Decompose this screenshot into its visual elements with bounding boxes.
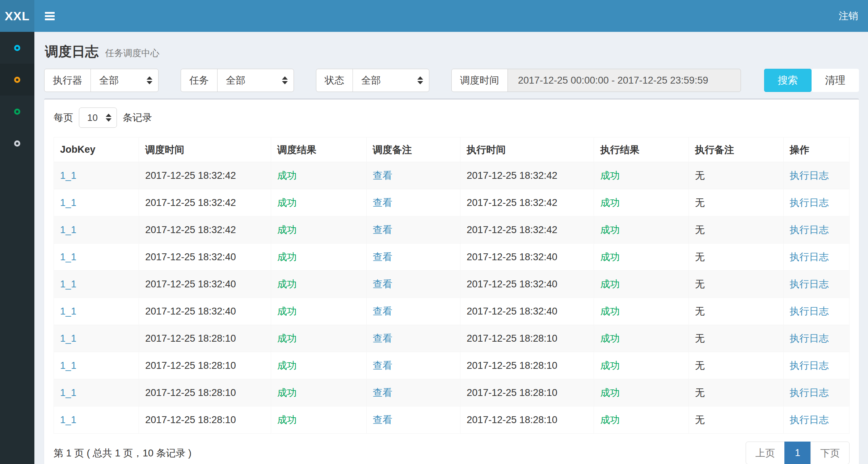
handle-time-cell: 2017-12-25 18:32:42 bbox=[460, 189, 594, 216]
status-select-value: 全部 bbox=[361, 74, 381, 87]
circle-o-icon bbox=[14, 109, 20, 115]
view-trigger-msg-link[interactable]: 查看 bbox=[373, 224, 392, 235]
next-page-button[interactable]: 下页 bbox=[810, 442, 850, 464]
handle-msg-cell: 无 bbox=[688, 216, 783, 244]
job-filter-group: 任务 全部 bbox=[181, 69, 294, 92]
job-select-value: 全部 bbox=[226, 74, 245, 87]
handle-msg-cell: 无 bbox=[688, 244, 783, 271]
view-trigger-msg-link[interactable]: 查看 bbox=[373, 414, 392, 425]
sidebar-item-4[interactable] bbox=[0, 127, 34, 159]
execution-log-link[interactable]: 执行日志 bbox=[790, 279, 829, 290]
handle-result-cell: 成功 bbox=[594, 216, 689, 244]
table-row: 1_1 2017-12-25 18:28:10 成功 查看 2017-12-25… bbox=[54, 379, 850, 406]
circle-o-icon bbox=[14, 140, 20, 147]
view-trigger-msg-link[interactable]: 查看 bbox=[373, 333, 392, 344]
trigger-time-cell: 2017-12-25 18:28:10 bbox=[139, 379, 271, 406]
table-row: 1_1 2017-12-25 18:32:40 成功 查看 2017-12-25… bbox=[54, 244, 850, 271]
execution-log-link[interactable]: 执行日志 bbox=[790, 387, 829, 398]
jobkey-link[interactable]: 1_1 bbox=[60, 170, 76, 181]
handle-msg-cell: 无 bbox=[688, 298, 783, 325]
table-row: 1_1 2017-12-25 18:28:10 成功 查看 2017-12-25… bbox=[54, 352, 850, 379]
main-content: 调度日志 任务调度中心 执行器 全部 任务 全部 状态 bbox=[34, 32, 868, 464]
column-header: 调度备注 bbox=[366, 138, 460, 162]
view-trigger-msg-link[interactable]: 查看 bbox=[373, 252, 392, 262]
jobkey-link[interactable]: 1_1 bbox=[60, 279, 76, 290]
app-logo[interactable]: XXL bbox=[0, 0, 34, 32]
table-header-row: JobKey调度时间调度结果调度备注执行时间执行结果执行备注操作 bbox=[54, 138, 850, 162]
handle-msg-cell: 无 bbox=[688, 352, 783, 379]
time-range-input[interactable] bbox=[507, 69, 741, 92]
view-trigger-msg-link[interactable]: 查看 bbox=[373, 170, 392, 181]
jobkey-link[interactable]: 1_1 bbox=[60, 333, 76, 344]
pagesize-select[interactable]: 10 bbox=[79, 107, 117, 128]
page-subtitle: 任务调度中心 bbox=[105, 48, 159, 58]
jobkey-link[interactable]: 1_1 bbox=[60, 252, 76, 262]
pagination: 上页 1 下页 bbox=[746, 442, 850, 464]
trigger-time-cell: 2017-12-25 18:32:40 bbox=[139, 271, 271, 298]
view-trigger-msg-link[interactable]: 查看 bbox=[373, 360, 392, 371]
execution-log-link[interactable]: 执行日志 bbox=[790, 224, 829, 235]
pagesize-prefix: 每页 bbox=[54, 111, 73, 124]
view-trigger-msg-link[interactable]: 查看 bbox=[373, 306, 392, 317]
trigger-time-cell: 2017-12-25 18:32:40 bbox=[139, 298, 271, 325]
execution-log-link[interactable]: 执行日志 bbox=[790, 197, 829, 208]
view-trigger-msg-link[interactable]: 查看 bbox=[373, 197, 392, 208]
handle-result-cell: 成功 bbox=[594, 244, 689, 271]
time-filter-group: 调度时间 bbox=[451, 69, 741, 92]
trigger-result-cell: 成功 bbox=[271, 352, 367, 379]
jobkey-link[interactable]: 1_1 bbox=[60, 360, 76, 371]
view-trigger-msg-link[interactable]: 查看 bbox=[373, 387, 392, 398]
handle-time-cell: 2017-12-25 18:32:42 bbox=[460, 162, 594, 189]
sidebar-toggle-icon[interactable] bbox=[45, 10, 55, 22]
trigger-time-cell: 2017-12-25 18:32:42 bbox=[139, 216, 271, 244]
sidebar-item-3[interactable] bbox=[0, 96, 34, 127]
table-row: 1_1 2017-12-25 18:28:10 成功 查看 2017-12-25… bbox=[54, 325, 850, 352]
execution-log-link[interactable]: 执行日志 bbox=[790, 360, 829, 371]
prev-page-button[interactable]: 上页 bbox=[746, 442, 785, 464]
current-page-button[interactable]: 1 bbox=[784, 442, 811, 464]
executor-select[interactable]: 全部 bbox=[90, 69, 159, 92]
trigger-result-cell: 成功 bbox=[271, 406, 367, 434]
table-row: 1_1 2017-12-25 18:32:40 成功 查看 2017-12-25… bbox=[54, 298, 850, 325]
jobkey-link[interactable]: 1_1 bbox=[60, 414, 76, 425]
sidebar-item-1[interactable] bbox=[0, 32, 34, 64]
handle-result-cell: 成功 bbox=[594, 406, 689, 434]
status-select[interactable]: 全部 bbox=[353, 69, 429, 92]
execution-log-link[interactable]: 执行日志 bbox=[790, 333, 829, 344]
jobkey-link[interactable]: 1_1 bbox=[60, 197, 76, 208]
time-filter-label: 调度时间 bbox=[451, 69, 508, 92]
handle-time-cell: 2017-12-25 18:28:10 bbox=[460, 406, 594, 434]
handle-result-cell: 成功 bbox=[594, 352, 689, 379]
executor-filter-label: 执行器 bbox=[44, 69, 91, 92]
view-trigger-msg-link[interactable]: 查看 bbox=[373, 279, 392, 290]
jobkey-link[interactable]: 1_1 bbox=[60, 224, 76, 235]
column-header: 执行结果 bbox=[594, 138, 689, 162]
execution-log-link[interactable]: 执行日志 bbox=[790, 414, 829, 425]
execution-log-link[interactable]: 执行日志 bbox=[790, 170, 829, 181]
log-table-body: 1_1 2017-12-25 18:32:42 成功 查看 2017-12-25… bbox=[54, 162, 850, 434]
execution-log-link[interactable]: 执行日志 bbox=[790, 306, 829, 317]
status-filter-group: 状态 全部 bbox=[316, 69, 429, 92]
jobkey-link[interactable]: 1_1 bbox=[60, 306, 76, 317]
trigger-time-cell: 2017-12-25 18:32:42 bbox=[139, 162, 271, 189]
trigger-time-cell: 2017-12-25 18:28:10 bbox=[139, 406, 271, 434]
handle-result-cell: 成功 bbox=[594, 379, 689, 406]
page-info: 第 1 页 ( 总共 1 页，10 条记录 ) bbox=[54, 447, 191, 460]
log-box: 每页 10 条记录 JobKey调度时间调度结果调度备注执行时间执行结果执行备注… bbox=[44, 98, 859, 464]
sidebar-item-2[interactable] bbox=[0, 64, 34, 96]
job-select[interactable]: 全部 bbox=[217, 69, 294, 92]
log-table: JobKey调度时间调度结果调度备注执行时间执行结果执行备注操作 1_1 201… bbox=[54, 137, 850, 434]
search-button[interactable]: 搜索 bbox=[764, 69, 812, 92]
page-header: 调度日志 任务调度中心 bbox=[44, 32, 859, 69]
pagesize-select-value: 10 bbox=[87, 112, 98, 123]
execution-log-link[interactable]: 执行日志 bbox=[790, 252, 829, 262]
table-row: 1_1 2017-12-25 18:32:42 成功 查看 2017-12-25… bbox=[54, 216, 850, 244]
logout-link[interactable]: 注销 bbox=[839, 9, 858, 22]
trigger-result-cell: 成功 bbox=[271, 271, 367, 298]
handle-msg-cell: 无 bbox=[688, 162, 783, 189]
job-filter-label: 任务 bbox=[181, 69, 218, 92]
jobkey-link[interactable]: 1_1 bbox=[60, 387, 76, 398]
clear-button[interactable]: 清理 bbox=[812, 69, 859, 92]
handle-msg-cell: 无 bbox=[688, 325, 783, 352]
column-header: 调度时间 bbox=[139, 138, 271, 162]
